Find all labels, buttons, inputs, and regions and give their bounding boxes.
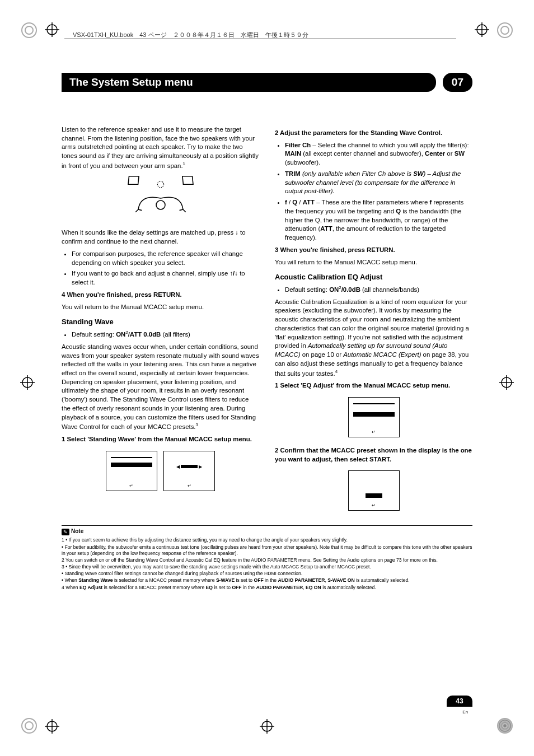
page-number: 43 <box>456 697 463 705</box>
bullet-item: TRIM (only available when Filter Ch abov… <box>285 170 472 196</box>
footnote: 1 • If you can't seem to achieve this by… <box>62 537 472 543</box>
text: Acoustic standing waves occur when, unde… <box>62 343 259 430</box>
bullet-item: For comparison purposes, the reference s… <box>72 250 259 267</box>
note-icon: ✎ <box>62 529 69 535</box>
text: (all filters) <box>161 331 190 338</box>
menu-screen-icon: ◀ ▶ ↵ <box>163 451 215 491</box>
left-column: Listen to the reference speaker and use … <box>62 125 259 520</box>
screen-figures: ↵ <box>275 394 472 441</box>
svg-point-20 <box>157 181 163 188</box>
text: AUDIO PARAMETER <box>278 577 325 583</box>
text: OFF <box>254 577 264 583</box>
text: ATT <box>303 199 315 206</box>
return-arrow-icon: ↵ <box>129 483 133 489</box>
text: Default setting: <box>285 286 329 293</box>
text: EQ <box>206 585 213 590</box>
footnote-ref: 3 <box>196 422 198 427</box>
footnote: 4 When EQ Adjust is selected for a MCACC… <box>62 585 472 591</box>
return-arrow-icon: ↵ <box>372 429 376 435</box>
text: (subwoofer). <box>285 159 320 166</box>
acoustic-eq-body: Acoustic Calibration Equalization is a k… <box>275 298 472 378</box>
registration-mark-icon <box>260 719 274 734</box>
corner-ring-icon <box>497 22 513 38</box>
bullet-item: f / Q / ATT – These are the filter param… <box>285 198 472 242</box>
after-figure-paragraph: When it sounds like the delay settings a… <box>62 228 259 246</box>
text: S-WAVE ON <box>327 577 355 583</box>
svg-rect-19 <box>182 176 193 184</box>
text: – These are the filter parameters where <box>315 199 430 206</box>
book-header-text: VSX-01TXH_KU.book 43 ページ ２００８年４月１６日 水曜日 … <box>73 31 308 38</box>
registration-mark-icon <box>45 719 59 734</box>
text: 4 When <box>62 585 79 590</box>
text: Q <box>396 208 401 214</box>
bullet-item: If you want to go back and adjust a chan… <box>72 269 259 287</box>
step-body: You will return to the Manual MCACC setu… <box>62 303 259 312</box>
footnote: • When Standing Wave is selected for a M… <box>62 577 472 584</box>
text: Acoustic Calibration Equalization is a k… <box>275 298 469 349</box>
text: / <box>297 199 303 206</box>
menu-screen-icon: ↵ <box>106 451 157 491</box>
default-setting: Default setting: ON2/0.0dB (all channels… <box>285 284 472 295</box>
footnote-ref: 4 <box>335 369 338 374</box>
text: Default setting: <box>72 331 116 338</box>
text: EQ Adjust <box>79 585 102 590</box>
corner-ring-icon <box>21 718 37 734</box>
intro-paragraph: Listen to the reference speaker and use … <box>62 125 259 170</box>
step-heading: 4 When you're finished, press RETURN. <box>62 291 259 300</box>
return-arrow-icon: ↵ <box>188 483 191 489</box>
step-heading: 2 Confirm that the MCACC preset shown in… <box>275 446 472 464</box>
text: • When <box>62 577 78 583</box>
text: Filter Ch <box>285 142 311 148</box>
text: in the <box>242 585 256 590</box>
text: – Select the channel to which you will a… <box>311 142 469 148</box>
footnote: 2 You can switch on or off the Standing … <box>62 557 472 563</box>
text: is selected for a MCACC preset memory wh… <box>113 577 216 583</box>
svg-point-21 <box>156 200 165 209</box>
text: (only available when Filter Ch above is <box>301 170 413 177</box>
corner-ring-icon <box>497 718 513 734</box>
text: is automatically selected. <box>321 585 376 590</box>
text: 2 You can switch on or off the Standing … <box>62 557 438 563</box>
text: AUDIO PARAMETER <box>256 585 303 590</box>
text: Automatic MCACC (Expert) <box>343 351 421 358</box>
text: is automatically selected. <box>355 577 410 583</box>
footnote: • For better audibility, the subwoofer e… <box>62 544 472 557</box>
text: If you want to go back and adjust a chan… <box>72 270 229 277</box>
text: TRIM <box>285 170 301 177</box>
default-setting: Default setting: ON2/ATT 0.0dB (all filt… <box>72 329 259 339</box>
text: /0.0dB <box>341 286 360 293</box>
bullet-item: Filter Ch – Select the channel to which … <box>285 141 472 167</box>
registration-mark-icon <box>499 375 514 390</box>
standing-wave-heading: Standing Wave <box>62 317 259 327</box>
text: SW <box>455 150 465 157</box>
screen-figures: ↵ ◀ ▶ ↵ <box>62 447 259 494</box>
text: / <box>287 199 293 206</box>
corner-ring-icon <box>21 22 37 38</box>
footnote: • Standing Wave control filter settings … <box>62 571 472 577</box>
svg-rect-18 <box>128 176 138 184</box>
return-arrow-icon: ↵ <box>372 502 376 508</box>
footnote-ref: 1 <box>183 161 185 166</box>
text: S-WAVE <box>216 577 235 583</box>
acoustic-eq-heading: Acoustic Calibration EQ Adjust <box>275 272 472 282</box>
note-label: Note <box>71 528 83 534</box>
text: Standing Wave <box>78 577 113 583</box>
page-number-badge: 43 <box>447 696 472 707</box>
text: /ATT 0.0dB <box>128 331 161 338</box>
text: SW <box>413 170 423 177</box>
step-heading: 1 Select 'EQ Adjust' from the Manual MCA… <box>275 381 472 390</box>
up-down-arrow-icon: ↑/↓ <box>229 270 238 277</box>
step-heading: 1 Select 'Standing Wave' from the Manual… <box>62 435 259 444</box>
text: EQ ON <box>306 585 321 590</box>
text: is set to <box>235 577 254 583</box>
screen-figures: ↵ <box>275 467 472 514</box>
right-column: 2 Adjust the parameters for the Standing… <box>275 125 472 520</box>
text: is selected for a MCACC preset memory wh… <box>102 585 205 590</box>
text: Q <box>292 199 297 206</box>
text: When it sounds like the delay settings a… <box>62 229 235 236</box>
chapter-badge: 07 <box>443 73 472 92</box>
standing-wave-body: Acoustic standing waves occur when, unde… <box>62 343 259 432</box>
text: on page 10 or <box>301 351 344 358</box>
book-header: VSX-01TXH_KU.book 43 ページ ２００８年４月１６日 水曜日 … <box>73 31 308 39</box>
step-body: You will return to the Manual MCACC setu… <box>275 258 472 267</box>
